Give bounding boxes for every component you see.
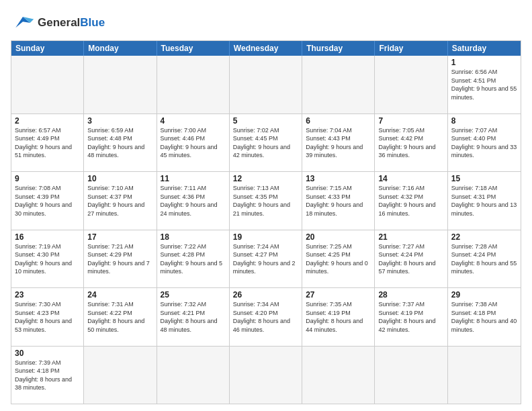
day-number: 12 bbox=[233, 174, 298, 183]
day-number: 25 bbox=[161, 290, 226, 300]
day-header-sunday: Sunday bbox=[11, 41, 84, 56]
day-header-saturday: Saturday bbox=[448, 41, 521, 56]
calendar-cell: 28Sunrise: 7:37 AM Sunset: 4:19 PM Dayli… bbox=[375, 288, 447, 346]
day-number: 9 bbox=[15, 174, 80, 183]
day-info: Sunrise: 7:24 AM Sunset: 4:27 PM Dayligh… bbox=[233, 242, 298, 276]
day-number: 3 bbox=[87, 116, 152, 126]
day-info: Sunrise: 6:59 AM Sunset: 4:48 PM Dayligh… bbox=[87, 126, 152, 160]
day-number: 7 bbox=[378, 116, 443, 126]
day-header-tuesday: Tuesday bbox=[157, 41, 230, 56]
day-number: 24 bbox=[87, 290, 152, 300]
calendar-cell: 19Sunrise: 7:24 AM Sunset: 4:27 PM Dayli… bbox=[230, 230, 302, 288]
calendar: SundayMondayTuesdayWednesdayThursdayFrid… bbox=[11, 40, 521, 404]
calendar-cell bbox=[302, 347, 375, 404]
day-info: Sunrise: 7:04 AM Sunset: 4:43 PM Dayligh… bbox=[306, 126, 371, 160]
calendar-week-1: 2Sunrise: 6:57 AM Sunset: 4:49 PM Daylig… bbox=[11, 113, 521, 172]
day-info: Sunrise: 7:13 AM Sunset: 4:35 PM Dayligh… bbox=[233, 184, 298, 218]
day-header-friday: Friday bbox=[375, 41, 447, 56]
calendar-cell bbox=[84, 347, 157, 404]
day-number: 23 bbox=[15, 290, 80, 300]
calendar-cell: 7Sunrise: 7:05 AM Sunset: 4:42 PM Daylig… bbox=[375, 114, 447, 172]
day-info: Sunrise: 7:30 AM Sunset: 4:23 PM Dayligh… bbox=[15, 300, 80, 334]
calendar-cell: 9Sunrise: 7:08 AM Sunset: 4:39 PM Daylig… bbox=[11, 172, 84, 230]
calendar-cell bbox=[375, 347, 447, 404]
calendar-week-5: 30Sunrise: 7:39 AM Sunset: 4:18 PM Dayli… bbox=[11, 346, 521, 404]
calendar-cell: 18Sunrise: 7:22 AM Sunset: 4:28 PM Dayli… bbox=[157, 230, 230, 288]
day-info: Sunrise: 7:31 AM Sunset: 4:22 PM Dayligh… bbox=[87, 300, 152, 334]
logo-icon bbox=[11, 11, 35, 35]
logo-text: GeneralBlue bbox=[38, 16, 105, 30]
day-info: Sunrise: 7:21 AM Sunset: 4:29 PM Dayligh… bbox=[87, 242, 152, 276]
calendar-cell: 10Sunrise: 7:10 AM Sunset: 4:37 PM Dayli… bbox=[84, 172, 157, 230]
day-info: Sunrise: 7:27 AM Sunset: 4:24 PM Dayligh… bbox=[378, 242, 443, 276]
calendar-cell: 11Sunrise: 7:11 AM Sunset: 4:36 PM Dayli… bbox=[157, 172, 230, 230]
day-number: 13 bbox=[306, 174, 371, 183]
day-number: 17 bbox=[87, 232, 152, 242]
calendar-cell: 24Sunrise: 7:31 AM Sunset: 4:22 PM Dayli… bbox=[84, 288, 157, 346]
day-number: 4 bbox=[161, 116, 226, 126]
day-info: Sunrise: 7:19 AM Sunset: 4:30 PM Dayligh… bbox=[15, 242, 80, 276]
day-info: Sunrise: 7:05 AM Sunset: 4:42 PM Dayligh… bbox=[378, 126, 443, 160]
day-number: 6 bbox=[306, 116, 371, 126]
day-info: Sunrise: 7:35 AM Sunset: 4:19 PM Dayligh… bbox=[306, 300, 371, 334]
day-info: Sunrise: 7:18 AM Sunset: 4:31 PM Dayligh… bbox=[451, 184, 517, 218]
calendar-cell bbox=[84, 56, 157, 113]
calendar-cell: 25Sunrise: 7:32 AM Sunset: 4:21 PM Dayli… bbox=[157, 288, 230, 346]
calendar-cell: 13Sunrise: 7:15 AM Sunset: 4:33 PM Dayli… bbox=[302, 172, 375, 230]
calendar-cell: 17Sunrise: 7:21 AM Sunset: 4:29 PM Dayli… bbox=[84, 230, 157, 288]
calendar-cell: 23Sunrise: 7:30 AM Sunset: 4:23 PM Dayli… bbox=[11, 288, 84, 346]
day-number: 15 bbox=[451, 174, 517, 183]
day-number: 5 bbox=[233, 116, 298, 126]
day-number: 14 bbox=[378, 174, 443, 183]
calendar-body: 1Sunrise: 6:56 AM Sunset: 4:51 PM Daylig… bbox=[11, 56, 521, 404]
day-info: Sunrise: 7:25 AM Sunset: 4:25 PM Dayligh… bbox=[306, 242, 371, 276]
day-number: 18 bbox=[161, 232, 226, 242]
day-info: Sunrise: 7:11 AM Sunset: 4:36 PM Dayligh… bbox=[161, 184, 226, 218]
day-number: 11 bbox=[161, 174, 226, 183]
calendar-cell bbox=[157, 56, 230, 113]
header: GeneralBlue bbox=[11, 11, 521, 35]
day-info: Sunrise: 7:00 AM Sunset: 4:46 PM Dayligh… bbox=[161, 126, 226, 160]
calendar-cell: 21Sunrise: 7:27 AM Sunset: 4:24 PM Dayli… bbox=[375, 230, 447, 288]
calendar-cell: 14Sunrise: 7:16 AM Sunset: 4:32 PM Dayli… bbox=[375, 172, 447, 230]
calendar-cell: 20Sunrise: 7:25 AM Sunset: 4:25 PM Dayli… bbox=[302, 230, 375, 288]
calendar-cell: 4Sunrise: 7:00 AM Sunset: 4:46 PM Daylig… bbox=[157, 114, 230, 172]
day-info: Sunrise: 7:38 AM Sunset: 4:18 PM Dayligh… bbox=[451, 300, 517, 334]
calendar-cell: 27Sunrise: 7:35 AM Sunset: 4:19 PM Dayli… bbox=[302, 288, 375, 346]
day-number: 2 bbox=[15, 116, 80, 126]
day-info: Sunrise: 6:57 AM Sunset: 4:49 PM Dayligh… bbox=[15, 126, 80, 160]
calendar-cell bbox=[375, 56, 447, 113]
day-number: 8 bbox=[451, 116, 517, 126]
day-number: 16 bbox=[15, 232, 80, 242]
day-number: 21 bbox=[378, 232, 443, 242]
day-header-wednesday: Wednesday bbox=[230, 41, 302, 56]
calendar-week-2: 9Sunrise: 7:08 AM Sunset: 4:39 PM Daylig… bbox=[11, 171, 521, 230]
day-info: Sunrise: 7:15 AM Sunset: 4:33 PM Dayligh… bbox=[306, 184, 371, 218]
calendar-cell: 2Sunrise: 6:57 AM Sunset: 4:49 PM Daylig… bbox=[11, 114, 84, 172]
day-info: Sunrise: 7:10 AM Sunset: 4:37 PM Dayligh… bbox=[87, 184, 152, 218]
day-info: Sunrise: 7:22 AM Sunset: 4:28 PM Dayligh… bbox=[161, 242, 226, 276]
day-info: Sunrise: 7:28 AM Sunset: 4:24 PM Dayligh… bbox=[451, 242, 517, 276]
day-info: Sunrise: 7:34 AM Sunset: 4:20 PM Dayligh… bbox=[233, 300, 298, 334]
day-number: 30 bbox=[15, 349, 80, 358]
calendar-cell: 12Sunrise: 7:13 AM Sunset: 4:35 PM Dayli… bbox=[230, 172, 302, 230]
day-info: Sunrise: 7:07 AM Sunset: 4:40 PM Dayligh… bbox=[451, 126, 517, 160]
day-info: Sunrise: 7:37 AM Sunset: 4:19 PM Dayligh… bbox=[378, 300, 443, 334]
calendar-header: SundayMondayTuesdayWednesdayThursdayFrid… bbox=[11, 41, 521, 56]
day-info: Sunrise: 7:39 AM Sunset: 4:18 PM Dayligh… bbox=[15, 359, 80, 392]
day-info: Sunrise: 7:02 AM Sunset: 4:45 PM Dayligh… bbox=[233, 126, 298, 160]
calendar-week-3: 16Sunrise: 7:19 AM Sunset: 4:30 PM Dayli… bbox=[11, 230, 521, 288]
calendar-cell bbox=[230, 56, 302, 113]
day-number: 19 bbox=[233, 232, 298, 242]
day-number: 20 bbox=[306, 232, 371, 242]
day-number: 1 bbox=[451, 58, 517, 67]
calendar-cell bbox=[157, 347, 230, 404]
calendar-cell bbox=[230, 347, 302, 404]
calendar-cell bbox=[11, 56, 84, 113]
day-header-monday: Monday bbox=[84, 41, 157, 56]
day-info: Sunrise: 7:16 AM Sunset: 4:32 PM Dayligh… bbox=[378, 184, 443, 218]
calendar-cell bbox=[302, 56, 375, 113]
page: GeneralBlue SundayMondayTuesdayWednesday… bbox=[0, 0, 532, 411]
day-number: 29 bbox=[451, 290, 517, 300]
calendar-week-4: 23Sunrise: 7:30 AM Sunset: 4:23 PM Dayli… bbox=[11, 287, 521, 346]
